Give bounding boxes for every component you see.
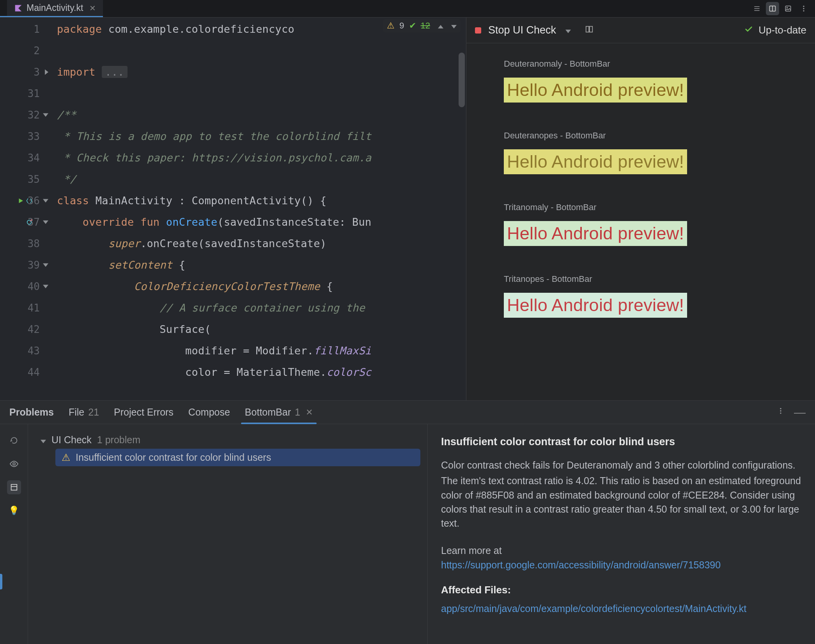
chevron-down-icon[interactable] (565, 25, 571, 35)
code-line[interactable]: 35 */ (0, 168, 466, 190)
code-line[interactable]: 43 modifier = Modifier.fillMaxSi (0, 340, 466, 361)
tree-group-ui-check[interactable]: UI Check 1 problem (41, 434, 420, 446)
svg-point-8 (31, 219, 32, 220)
problems-tab[interactable]: Project Errors (114, 401, 174, 424)
eye-icon[interactable] (7, 457, 21, 471)
minimize-icon[interactable]: — (794, 406, 806, 419)
preview-render: Hello Android preview! (504, 221, 687, 246)
preview-variant[interactable]: Tritanomaly - BottomBarHello Android pre… (504, 202, 799, 246)
code-line[interactable]: 31 (0, 83, 466, 104)
fold-expand-icon[interactable] (45, 69, 48, 75)
problems-tab-count: 1 (295, 407, 300, 418)
code-text[interactable]: * This is a demo app to test the colorbl… (48, 130, 466, 142)
preview-render: Hello Android preview! (504, 78, 687, 103)
code-line[interactable]: 40 ColorDeficiencyColorTestTheme { (0, 276, 466, 297)
code-line[interactable]: 32/** (0, 104, 466, 126)
warning-icon: ⚠ (62, 452, 70, 463)
code-line[interactable]: 2 (0, 40, 466, 61)
more-menu-button[interactable] (797, 2, 810, 15)
line-number: 41 (0, 302, 48, 314)
tree-item-contrast-warning[interactable]: ⚠ Insufficient color contrast for color … (55, 449, 420, 466)
editor-tab-strip: MainActivity.kt ✕ (0, 0, 815, 18)
learn-more-link[interactable]: https://support.google.com/accessibility… (441, 559, 721, 570)
line-number: 3 (0, 66, 48, 78)
code-text[interactable]: ColorDeficiencyColorTestTheme { (48, 280, 466, 292)
problems-tab-label: Project Errors (114, 407, 174, 418)
problem-detail-p1: Color contrast check fails for Deuterano… (441, 458, 802, 472)
code-line[interactable]: 3import ... (0, 61, 466, 83)
problem-detail: Insufficient color contrast for color bl… (428, 424, 815, 644)
more-icon[interactable] (777, 406, 785, 419)
problems-side-toolbar: 💡 (0, 424, 28, 644)
tree-group-label: UI Check (51, 434, 92, 446)
preview-variant[interactable]: Deuteranomaly - BottomBarHello Android p… (504, 59, 799, 103)
code-line[interactable]: 33 * This is a demo app to test the colo… (0, 126, 466, 147)
code-text[interactable]: * Check this paper: https://vision.psych… (48, 152, 466, 164)
close-icon[interactable]: ✕ (306, 407, 313, 418)
lightbulb-icon[interactable]: 💡 (7, 504, 21, 518)
line-number: 33 (0, 131, 48, 142)
problems-tab[interactable]: File21 (69, 401, 99, 424)
code-view-button[interactable] (750, 2, 764, 15)
preview-render: Hello Android preview! (504, 149, 687, 174)
refresh-icon[interactable] (7, 433, 21, 448)
line-number: 32 (0, 109, 48, 121)
code-text[interactable]: super.onCreate(savedInstanceState) (48, 237, 466, 249)
code-text[interactable]: Surface( (48, 323, 466, 335)
code-text[interactable]: setContent { (48, 259, 466, 271)
fold-collapse-icon[interactable] (43, 199, 48, 202)
design-view-button[interactable] (781, 2, 795, 15)
preview-variant[interactable]: Tritanopes - BottomBarHello Android prev… (504, 274, 799, 318)
problems-tab-label: Compose (188, 407, 230, 418)
layout-switch-icon[interactable] (585, 25, 594, 36)
code-line[interactable]: 38 super.onCreate(savedInstanceState) (0, 233, 466, 254)
code-line[interactable]: 1package com.example.colordeficiencyco (0, 18, 466, 40)
problems-tab[interactable]: Compose (188, 401, 230, 424)
svg-point-5 (803, 8, 804, 9)
close-icon[interactable]: ✕ (89, 4, 96, 13)
preview-render: Hello Android preview! (504, 293, 687, 318)
code-text[interactable]: // A surface container using the (48, 302, 466, 314)
fold-collapse-icon[interactable] (43, 263, 48, 267)
override-gutter-icon[interactable] (26, 219, 33, 226)
compose-preview-pane: Stop UI Check Up-to-date Deuteranomaly -… (466, 18, 815, 400)
affected-file-link[interactable]: app/src/main/java/com/example/colordefic… (441, 603, 746, 614)
chevron-down-icon[interactable] (41, 434, 46, 446)
code-line[interactable]: 44 color = MaterialTheme.colorSc (0, 361, 466, 383)
line-number: 43 (0, 345, 48, 357)
code-line[interactable]: 36class MainActivity : ComponentActivity… (0, 190, 466, 211)
kotlin-file-icon (14, 4, 23, 12)
editor-view-tools (750, 0, 815, 17)
code-text[interactable]: */ (48, 173, 466, 185)
code-line[interactable]: 42 Surface( (0, 318, 466, 340)
code-text[interactable]: class MainActivity : ComponentActivity()… (48, 195, 466, 207)
split-view-button[interactable] (766, 2, 779, 15)
code-line[interactable]: 37 override fun onCreate(savedInstanceSt… (0, 211, 466, 233)
code-line[interactable]: 34 * Check this paper: https://vision.ps… (0, 147, 466, 168)
code-line[interactable]: 41 // A surface container using the (0, 297, 466, 318)
svg-rect-10 (590, 26, 592, 32)
code-text[interactable]: package com.example.colordeficiencyco (48, 23, 466, 35)
line-number: 2 (0, 45, 48, 57)
file-tab-mainactivity[interactable]: MainActivity.kt ✕ (7, 0, 103, 17)
tree-group-count: 1 problem (97, 434, 140, 446)
code-text[interactable]: color = MaterialTheme.colorSc (48, 366, 466, 378)
preview-variant[interactable]: Deuteranopes - BottomBarHello Android pr… (504, 131, 799, 174)
problems-tab[interactable]: BottomBar1✕ (245, 401, 313, 424)
run-gutter-icon[interactable] (17, 197, 33, 204)
stop-icon (475, 27, 481, 34)
code-line[interactable]: 39 setContent { (0, 254, 466, 276)
fold-collapse-icon[interactable] (43, 285, 48, 288)
fold-collapse-icon[interactable] (43, 113, 48, 117)
code-text[interactable]: modifier = Modifier.fillMaxSi (48, 345, 466, 357)
problems-tab-label: File (69, 407, 84, 418)
details-toggle-icon[interactable] (7, 480, 21, 494)
problem-detail-title: Insufficient color contrast for color bl… (441, 434, 802, 449)
code-text[interactable]: import ... (48, 66, 466, 78)
code-editor[interactable]: ⚠ 9 ✔ 12 1package com.example.colordefic… (0, 18, 466, 400)
fold-collapse-icon[interactable] (43, 220, 48, 224)
code-text[interactable]: /** (48, 109, 466, 121)
stop-ui-check-button[interactable]: Stop UI Check (488, 24, 556, 36)
line-number: 36 (0, 195, 48, 207)
code-text[interactable]: override fun onCreate(savedInstanceState… (48, 216, 466, 228)
